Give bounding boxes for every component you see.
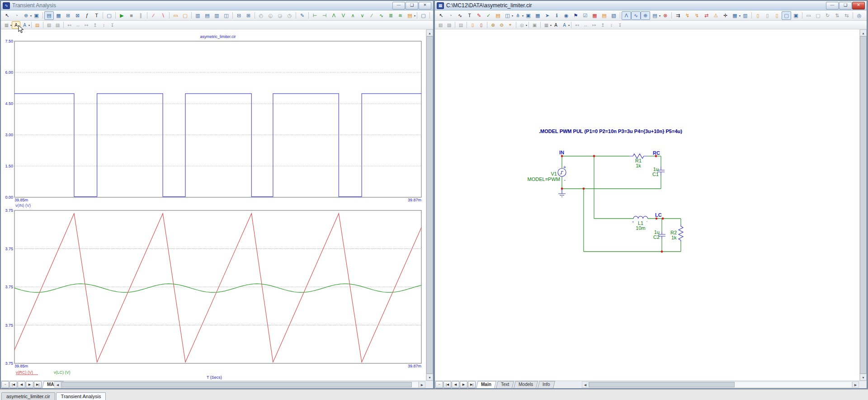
one-panel-icon[interactable]: ▥ [193, 11, 203, 20]
page-tab-main[interactable]: Main [476, 381, 496, 388]
grid-icon[interactable]: ▦ [730, 11, 740, 20]
page-tab-text[interactable]: Text [496, 381, 514, 388]
transform-box-icon[interactable]: ▭ [804, 11, 813, 20]
horizontal-scroll-thumb[interactable] [61, 382, 412, 387]
add-curve-icon[interactable]: ⊞ [63, 11, 73, 20]
page-nav-3-button[interactable]: ▶ [460, 381, 467, 388]
delete-page-icon[interactable]: ▯ [477, 21, 486, 29]
step-box-icon[interactable]: ⇉ [673, 11, 683, 20]
formula-icon[interactable]: ƒ [82, 11, 92, 20]
cursor-left-icon[interactable]: ⊢ [310, 11, 320, 20]
minimize-button[interactable]: — [826, 2, 839, 10]
maximize-button[interactable]: ❑ [839, 2, 852, 10]
enable-icon[interactable]: ☑ [580, 11, 590, 20]
named-analysis-b-icon[interactable]: ∿ [631, 11, 641, 20]
edit-limits-icon[interactable]: ✎ [297, 11, 307, 20]
scroll-down-icon[interactable]: ▼ [426, 374, 433, 381]
align-bottom-icon[interactable]: ↧ [616, 21, 624, 29]
inflection-icon[interactable]: ∿ [377, 11, 386, 20]
select-plot-icon[interactable]: ▤ [44, 11, 54, 20]
region-select-icon[interactable]: ▧ [609, 11, 618, 20]
picture-icon[interactable]: ▣ [524, 11, 533, 20]
scroll-up-icon[interactable]: ▲ [860, 29, 867, 36]
swap-icon[interactable]: ⇄ [702, 11, 711, 20]
align-middle-icon[interactable]: ↕ [99, 21, 108, 29]
watch-window-icon[interactable]: ▢ [419, 11, 428, 20]
positive-slope-icon[interactable]: ∕ [149, 11, 158, 20]
delete-curve-icon[interactable]: ⊠ [73, 11, 82, 20]
properties-icon[interactable]: ▣ [791, 11, 801, 20]
flow-icon[interactable]: ➤ [542, 11, 552, 20]
copy-group-icon[interactable]: ▤ [650, 11, 660, 20]
font-icon[interactable]: A [12, 21, 20, 29]
align-bottom-icon[interactable]: ↧ [108, 21, 117, 29]
align-top-icon[interactable]: ↥ [599, 21, 607, 29]
scroll-down-icon[interactable]: ▼ [860, 374, 867, 381]
page-nav-1-button[interactable]: |◀ [9, 381, 17, 388]
zoom-in-icon[interactable]: ⊕ [489, 21, 497, 29]
analysis-limits-icon[interactable]: ▦ [54, 11, 63, 20]
align-center-icon[interactable]: ↔ [581, 21, 590, 29]
align-right-icon[interactable]: ↦ [82, 21, 91, 29]
grid-snap-icon[interactable]: ▦ [2, 21, 11, 29]
stamp-b-icon[interactable]: ▨ [53, 21, 62, 29]
horizontal-scroll-thumb[interactable] [589, 382, 735, 387]
crosshair-icon[interactable]: ✛ [721, 11, 730, 20]
pan-icon[interactable]: ◔ [446, 11, 455, 20]
zoom-window-icon[interactable]: ⊕ [21, 11, 31, 20]
horizontal-panels-icon[interactable]: ▤ [203, 11, 212, 20]
stamp-a-icon[interactable]: ▧ [45, 21, 53, 29]
taskbar-item-schematic[interactable]: asymetric_limiter.cir [1, 392, 55, 400]
command-icon[interactable]: ▦ [590, 11, 599, 20]
title-bar[interactable]: ∿ Transient Analysis — ❑ ✕ [1, 1, 433, 10]
page-tab-models[interactable]: Models [514, 381, 538, 388]
font-icon[interactable]: A [552, 21, 560, 29]
select-icon[interactable]: ↖ [436, 11, 446, 20]
waveform-buffer-icon[interactable]: ▦ [431, 11, 433, 20]
taskbar-item-transient[interactable]: Transient Analysis [56, 392, 106, 400]
pause-icon[interactable]: ∥ [136, 11, 146, 20]
page-nav-0-button[interactable]: − [435, 381, 443, 388]
text-tool-icon[interactable]: T [465, 11, 474, 20]
zoom-select-dropdown-icon[interactable]: ▾ [526, 24, 527, 27]
page-nav-4-button[interactable]: ▶| [468, 381, 476, 388]
page-nav-3-button[interactable]: ▶ [26, 381, 33, 388]
schematic-vertical-scrollbar[interactable]: ▲ ▼ [859, 29, 867, 381]
tags-icon[interactable]: ◷ [285, 11, 294, 20]
wire-icon[interactable]: ✎ [474, 11, 484, 20]
graphics-icon[interactable]: ▣ [32, 11, 41, 20]
minimize-button[interactable]: — [392, 2, 405, 10]
global-low-icon[interactable]: ≋ [396, 11, 405, 20]
align-left-icon[interactable]: ↤ [65, 21, 74, 29]
font-color-dropdown-icon[interactable]: ▾ [568, 24, 570, 27]
vertical-scroll-thumb[interactable] [860, 36, 867, 374]
page-c-icon[interactable]: ▯ [772, 11, 782, 20]
ruler-icon[interactable]: ◶ [275, 11, 285, 20]
plot-horizontal-scrollbar[interactable]: ◀ ▶ [54, 381, 425, 388]
new-page-icon[interactable]: ▯ [468, 21, 477, 29]
point-tag-icon[interactable]: ◉ [561, 11, 571, 20]
rise-icon[interactable]: ∕ [367, 11, 377, 20]
title-bar[interactable]: ▦ C:\MC12\DATA\asymetric_limiter.cir — ❑… [435, 1, 867, 10]
cursor-right-icon[interactable]: ⊣ [320, 11, 329, 20]
flip-horizontal-icon[interactable]: ⇆ [842, 11, 851, 20]
select-region-icon[interactable]: ▢ [782, 11, 791, 20]
node-numbers-icon[interactable]: ⋔ [513, 11, 523, 20]
stamp-b-icon[interactable]: ▨ [445, 21, 453, 29]
clipboard-icon[interactable]: ▤ [405, 11, 415, 20]
page-tab-info[interactable]: Info [538, 381, 555, 388]
close-button[interactable]: ✕ [419, 2, 431, 10]
named-analysis-a-icon[interactable]: Λ [622, 11, 631, 20]
vertical-panels-icon[interactable]: ▥ [212, 11, 222, 20]
schematic-canvas[interactable]: .MODEL PWM PUL (P1=0 P2=10n P3=3u P4={3u… [435, 29, 860, 381]
low-icon[interactable]: ∨ [358, 11, 367, 20]
select-mode-icon[interactable]: ▭ [171, 11, 180, 20]
page-view-icon[interactable]: ▣ [530, 21, 539, 29]
spreadsheet-icon[interactable]: ▦ [533, 11, 542, 20]
paste-icon[interactable]: ▤ [33, 21, 42, 29]
font-color-icon[interactable]: A [20, 21, 29, 29]
bus-icon[interactable]: ▤ [493, 11, 503, 20]
align-top-icon[interactable]: ↥ [91, 21, 99, 29]
zoom-area-icon[interactable]: ⌖ [506, 21, 514, 29]
schematic-horizontal-scrollbar[interactable]: ◀ ▶ [582, 381, 859, 388]
